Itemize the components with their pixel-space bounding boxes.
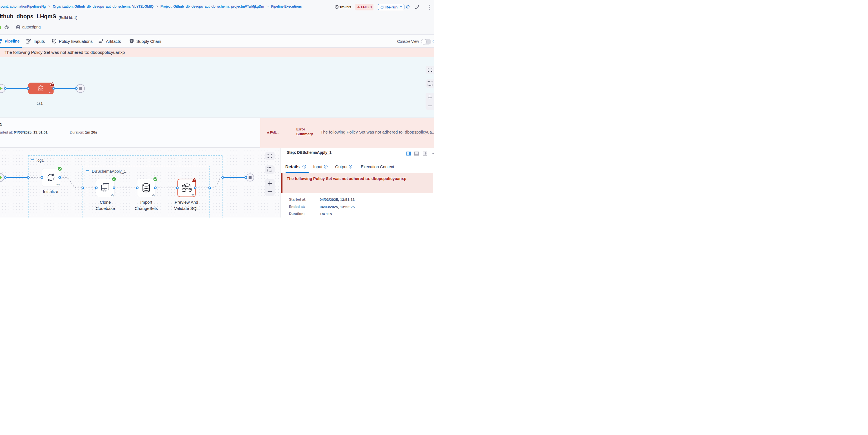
svg-text:cs1: cs1 — [37, 101, 43, 106]
svg-text:DBSchemaApply_1: DBSchemaApply_1 — [92, 169, 126, 174]
svg-text:</>: </> — [191, 193, 195, 196]
svg-text:ChangeSets: ChangeSets — [135, 206, 158, 211]
svg-text:Preview And: Preview And — [175, 200, 198, 205]
svg-text:</>: </> — [111, 194, 114, 196]
svg-text:Codebase: Codebase — [96, 206, 115, 211]
svg-text:Validate SQL: Validate SQL — [174, 206, 198, 211]
svg-text:</>: </> — [56, 183, 60, 186]
svg-text:</>: </> — [39, 87, 43, 90]
svg-text:Initialize: Initialize — [43, 189, 58, 194]
svg-text:Import: Import — [140, 200, 152, 205]
svg-text:</>: </> — [152, 194, 155, 196]
svg-text:cg1: cg1 — [37, 158, 44, 162]
svg-text:Clone: Clone — [100, 200, 111, 205]
svg-text:</>: </> — [49, 91, 52, 94]
